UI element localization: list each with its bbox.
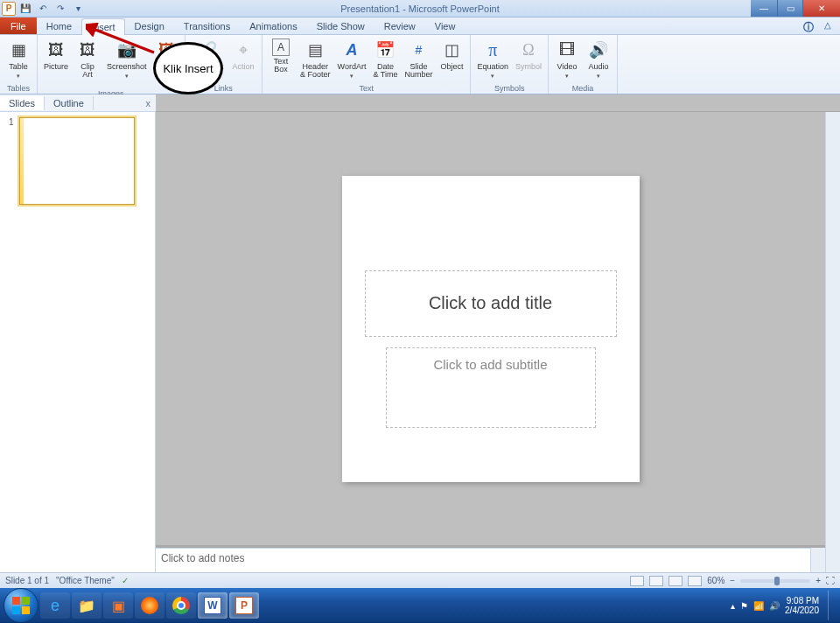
network-icon[interactable]: 📶 bbox=[753, 601, 764, 611]
minimize-button[interactable]: — bbox=[751, 0, 777, 17]
qat-dropdown-icon[interactable]: ▾ bbox=[70, 2, 86, 16]
taskbar-powerpoint[interactable]: P bbox=[229, 592, 259, 619]
redo-icon[interactable]: ↷ bbox=[52, 2, 68, 16]
annotation-arrow bbox=[86, 23, 164, 58]
close-panel-icon[interactable]: x bbox=[141, 98, 157, 108]
tray-up-icon[interactable]: ▴ bbox=[731, 601, 735, 611]
audio-button[interactable]: 🔊Audio▾ bbox=[584, 37, 613, 81]
video-icon: 🎞 bbox=[556, 38, 578, 61]
action-button: ⌖Action bbox=[228, 37, 258, 73]
thumbnail-panel: 1 bbox=[0, 112, 156, 572]
datetime-button[interactable]: 📅Date & Time bbox=[370, 37, 400, 81]
maximize-button[interactable]: ▭ bbox=[777, 0, 803, 17]
fit-window-icon[interactable]: ⛶ bbox=[826, 576, 835, 585]
object-button[interactable]: ◫Object bbox=[437, 37, 466, 73]
tab-transitions[interactable]: Transitions bbox=[174, 18, 240, 34]
svg-rect-0 bbox=[12, 597, 20, 605]
zoom-out-icon[interactable]: − bbox=[730, 576, 735, 585]
table-button[interactable]: ▦Table▾ bbox=[4, 37, 33, 81]
chevron-down-icon: ▾ bbox=[597, 73, 600, 79]
app-icon: ▣ bbox=[112, 598, 125, 614]
taskbar-firefox[interactable] bbox=[135, 592, 164, 619]
equation-icon: π bbox=[481, 38, 504, 61]
group-media: 🎞Video▾ 🔊Audio▾ Media bbox=[549, 35, 618, 94]
taskbar-app1[interactable]: ▣ bbox=[103, 592, 133, 619]
slide-stage[interactable]: Click to add title Click to add subtitle bbox=[156, 112, 825, 545]
tab-review[interactable]: Review bbox=[374, 18, 425, 34]
reading-view-button[interactable] bbox=[668, 576, 682, 586]
table-icon: ▦ bbox=[7, 38, 30, 61]
taskbar-explorer[interactable]: 📁 bbox=[72, 592, 102, 619]
clock-time: 9:08 PM bbox=[785, 596, 819, 606]
taskbar-word[interactable]: W bbox=[198, 592, 228, 619]
tab-slideshow[interactable]: Slide Show bbox=[307, 18, 374, 34]
svg-rect-2 bbox=[12, 606, 20, 614]
volume-icon[interactable]: 🔊 bbox=[769, 601, 780, 611]
status-theme: "Office Theme" bbox=[56, 576, 115, 585]
headerfooter-icon: ▤ bbox=[304, 38, 326, 61]
undo-icon[interactable]: ↶ bbox=[35, 2, 51, 16]
powerpoint-icon: P bbox=[235, 597, 253, 614]
picture-button[interactable]: 🖼Picture bbox=[41, 37, 71, 73]
app-icon[interactable]: P bbox=[2, 2, 16, 16]
status-bar: Slide 1 of 1 "Office Theme" ✓ 60% − + ⛶ bbox=[0, 572, 840, 588]
equation-button[interactable]: πEquation▾ bbox=[474, 37, 511, 81]
zoom-slider[interactable] bbox=[740, 579, 810, 583]
group-label: Text bbox=[266, 84, 466, 94]
symbol-icon: Ω bbox=[517, 38, 540, 61]
group-label: Symbols bbox=[474, 84, 544, 94]
work-area: 1 Click to add title Click to add subtit… bbox=[0, 112, 840, 572]
tab-file[interactable]: File bbox=[0, 18, 37, 34]
svg-line-4 bbox=[91, 28, 154, 52]
scrollbar[interactable] bbox=[810, 548, 825, 572]
group-tables: ▦Table▾ Tables bbox=[0, 35, 38, 94]
group-text: AText Box ▤Header & Footer AWordArt▾ 📅Da… bbox=[262, 35, 471, 94]
title-bar: P 💾 ↶ ↷ ▾ Presentation1 - Microsoft Powe… bbox=[0, 0, 840, 18]
word-icon: W bbox=[204, 597, 221, 614]
slide-thumbnail[interactable]: 1 bbox=[9, 117, 146, 205]
subtitle-placeholder[interactable]: Click to add subtitle bbox=[386, 347, 596, 428]
video-button[interactable]: 🎞Video▾ bbox=[552, 37, 582, 81]
save-icon[interactable]: 💾 bbox=[18, 2, 33, 16]
window-title: Presentation1 - Microsoft PowerPoint bbox=[0, 4, 840, 14]
wordart-button[interactable]: AWordArt▾ bbox=[335, 37, 369, 81]
textbox-button[interactable]: AText Box bbox=[266, 37, 296, 76]
spellcheck-icon[interactable]: ✓ bbox=[122, 576, 129, 585]
annotation-callout: Klik Insert bbox=[153, 42, 223, 94]
group-label: Media bbox=[552, 84, 613, 94]
slide: Click to add title Click to add subtitle bbox=[342, 176, 640, 482]
sorter-view-button[interactable] bbox=[649, 576, 663, 586]
normal-view-button[interactable] bbox=[630, 576, 644, 586]
notes-pane[interactable]: Click to add notes bbox=[156, 548, 810, 572]
tab-outline[interactable]: Outline bbox=[45, 96, 94, 110]
slidenumber-button[interactable]: #Slide Number bbox=[402, 37, 435, 81]
group-label: Tables bbox=[4, 84, 33, 94]
start-button[interactable] bbox=[4, 588, 38, 623]
flag-icon[interactable]: ⚑ bbox=[740, 601, 748, 611]
tab-slides[interactable]: Slides bbox=[0, 96, 45, 110]
chevron-down-icon: ▾ bbox=[491, 73, 494, 79]
tab-animations[interactable]: Animations bbox=[240, 18, 306, 34]
close-button[interactable]: ✕ bbox=[803, 0, 840, 17]
taskbar-ie[interactable]: e bbox=[40, 592, 70, 619]
quick-access-toolbar: P 💾 ↶ ↷ ▾ bbox=[0, 2, 86, 16]
clock[interactable]: 9:08 PM 2/4/2020 bbox=[785, 596, 822, 615]
headerfooter-button[interactable]: ▤Header & Footer bbox=[298, 37, 333, 81]
thumb-number: 1 bbox=[9, 117, 16, 205]
picture-icon: 🖼 bbox=[45, 38, 67, 61]
system-tray: ▴ ⚑ 📶 🔊 9:08 PM 2/4/2020 bbox=[731, 591, 836, 620]
taskbar-chrome[interactable] bbox=[166, 592, 196, 619]
wordart-icon: A bbox=[340, 38, 363, 61]
show-desktop-button[interactable] bbox=[828, 591, 836, 620]
minimize-ribbon-icon[interactable]: △ bbox=[824, 20, 831, 30]
help-icon[interactable]: ⓘ bbox=[803, 20, 814, 35]
title-placeholder[interactable]: Click to add title bbox=[365, 270, 617, 337]
tab-view[interactable]: View bbox=[425, 18, 466, 34]
vscrollbar[interactable] bbox=[825, 112, 840, 572]
group-symbols: πEquation▾ ΩSymbol Symbols bbox=[471, 35, 549, 94]
tab-home[interactable]: Home bbox=[37, 18, 81, 34]
action-icon: ⌖ bbox=[232, 38, 255, 61]
zoom-in-icon[interactable]: + bbox=[816, 576, 821, 585]
clock-date: 2/4/2020 bbox=[785, 606, 819, 615]
slideshow-view-button[interactable] bbox=[688, 576, 702, 586]
